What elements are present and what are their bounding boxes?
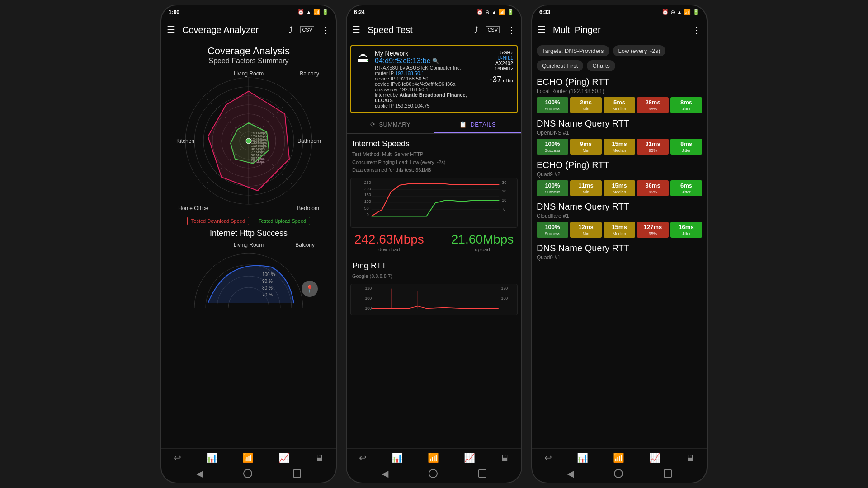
svg-text:200: 200: [364, 186, 371, 191]
router-ip[interactable]: 192.168.50.1: [395, 70, 424, 76]
pinger-subtitle-1: OpenDNS #1: [537, 130, 702, 136]
stat-cell-1-3: 31ms95%: [637, 139, 669, 155]
legend-download: Tested Download Speed: [187, 217, 249, 225]
home-button-3[interactable]: [614, 469, 623, 478]
nav-coverage-3[interactable]: 📊: [577, 452, 588, 463]
nav-chart-2[interactable]: 📈: [464, 452, 475, 463]
content-3: ECHO (Ping) RTTLocal Router (192.168.50.…: [532, 75, 707, 448]
label-bottom: Home Office: [178, 205, 208, 211]
network-right: 5GHz U-NII:1 AX2402 160MHz -37 dBm: [490, 50, 513, 108]
stat-cell-3-4: 16msJitter: [670, 222, 702, 238]
nav-screen-3[interactable]: 🖥: [685, 453, 694, 463]
recents-button[interactable]: [293, 469, 301, 478]
chip-row: Targets: DNS-Providers Low (every ~2s) Q…: [532, 42, 707, 75]
label-top: Living Room: [234, 70, 264, 77]
download-speed: 242.63Mbps: [354, 232, 424, 247]
more-icon-3[interactable]: ⋮: [692, 24, 701, 35]
chip-quickest[interactable]: Quickest First: [537, 60, 583, 71]
svg-text:100: 100: [365, 296, 372, 300]
nav-coverage-2[interactable]: 📊: [392, 452, 403, 463]
ping-title: Ping RTT: [347, 256, 521, 272]
home-button[interactable]: [243, 469, 252, 478]
freq: 160MHz: [490, 66, 513, 71]
nav-signal-3[interactable]: 📶: [613, 452, 624, 463]
label-right: Bathroom: [297, 138, 321, 144]
upload-speed: 21.60Mbps: [451, 232, 514, 247]
nav-back[interactable]: ↩: [174, 452, 181, 463]
nav-chart[interactable]: 📈: [278, 452, 290, 463]
pinger-title-2: ECHO (Ping) RTT: [537, 160, 702, 170]
share-icon-2[interactable]: ⤴: [474, 25, 478, 35]
svg-text:80 %: 80 %: [262, 286, 273, 291]
nav-back-3[interactable]: ↩: [544, 452, 552, 463]
menu-icon-2[interactable]: ☰: [352, 24, 360, 35]
nav-screen-2[interactable]: 🖥: [500, 453, 509, 463]
pinger-section-2: ECHO (Ping) RTTQuad9 #2100%Success11msMi…: [532, 158, 707, 200]
home-button-2[interactable]: [429, 469, 438, 478]
signal-icon-2: 📶: [499, 9, 505, 15]
menu-icon[interactable]: ☰: [167, 24, 175, 35]
wifi-icon-3: ▲: [677, 9, 682, 15]
more-icon[interactable]: ⋮: [321, 24, 330, 35]
csv-icon-2[interactable]: CSV: [486, 26, 500, 33]
back-button-3[interactable]: ◀: [567, 468, 574, 479]
stat-cell-2-0: 100%Success: [537, 180, 568, 196]
stat-cell-1-2: 15msMedian: [604, 139, 635, 155]
pinger-title-0: ECHO (Ping) RTT: [537, 77, 702, 87]
stat-row-2: 100%Success11msMin15msMedian36ms95%6msJi…: [537, 180, 702, 196]
nav-back-2[interactable]: ↩: [359, 452, 367, 463]
status-icons-3: ⏰ ⊖ ▲ 📶 🔋: [662, 9, 699, 15]
csv-icon[interactable]: CSV: [300, 26, 314, 33]
recents-button-2[interactable]: [478, 469, 486, 478]
bottom-nav-1: ↩ 📊 📶 📈 🖥: [161, 448, 336, 465]
nav-screen[interactable]: 🖥: [315, 453, 324, 463]
pinger-section-0: ECHO (Ping) RTTLocal Router (192.168.50.…: [532, 75, 707, 117]
band: 5GHz: [490, 50, 513, 55]
chip-charts[interactable]: Charts: [587, 60, 615, 71]
radar-chart: 193 Mbps 174 Mbps 154 Mbps 135 Mbps 116 …: [176, 69, 321, 213]
ping-chart: 120 100 100 120 100: [350, 284, 518, 315]
search-icon-net[interactable]: 🔍: [432, 58, 439, 64]
stat-cell-1-4: 8msJitter: [670, 139, 702, 155]
status-icons-1: ⏰ ▲ 📶 🔋: [297, 9, 329, 15]
minus-icon-3: ⊖: [670, 9, 675, 15]
back-button[interactable]: ◀: [196, 468, 203, 479]
share-icon[interactable]: ⤴: [289, 25, 293, 35]
dns-row: dns server 192.168.50.1: [375, 87, 486, 92]
stat-row-3: 100%Success12msMin15msMedian127ms95%16ms…: [537, 222, 702, 238]
nav-coverage[interactable]: 📊: [206, 452, 217, 463]
stat-row-1: 100%Success9msMin15msMedian31ms95%8msJit…: [537, 139, 702, 155]
back-button-2[interactable]: ◀: [382, 468, 388, 479]
nav-signal[interactable]: 📶: [242, 452, 254, 463]
signal-unit: dBm: [503, 78, 513, 83]
menu-icon-3[interactable]: ☰: [538, 24, 546, 35]
signal-value: -37 dBm: [490, 75, 513, 84]
tab-summary[interactable]: ⟳ SUMMARY: [347, 117, 434, 133]
svg-text:90 %: 90 %: [262, 279, 273, 284]
upload-value: 21.60Mbps upload: [451, 232, 514, 252]
bottom-nav-3: ↩ 📊 📶 📈 🖥: [532, 448, 707, 465]
location-pin-button[interactable]: 📍: [302, 281, 318, 297]
svg-text:30: 30: [502, 180, 506, 185]
network-details: My Network 04:d9:f5:c6:13:bc 🔍 RT-AX58U …: [375, 50, 486, 108]
stat-cell-2-3: 36ms95%: [637, 180, 669, 196]
app-bar-1: ☰ Coverage Analyzer ⤴ CSV ⋮: [161, 18, 336, 42]
legend-row: Tested Download Speed Tested Upload Spee…: [161, 217, 336, 225]
nav-signal-2[interactable]: 📶: [428, 452, 439, 463]
tab-details[interactable]: 📋 DETAILS: [434, 117, 521, 133]
chip-targets[interactable]: Targets: DNS-Providers: [537, 45, 609, 56]
label-left: Kitchen: [176, 138, 194, 144]
recents-button-3[interactable]: [664, 469, 672, 478]
chip-low[interactable]: Low (every ~2s): [613, 45, 666, 56]
svg-text:20: 20: [502, 189, 506, 193]
app-title-2: Speed Test: [368, 25, 471, 35]
nav-chart-3[interactable]: 📈: [649, 452, 660, 463]
nav-buttons-2: ◀: [347, 465, 521, 483]
more-icon-2[interactable]: ⋮: [507, 24, 516, 35]
protocol: AX2402: [490, 61, 513, 66]
pinger-section-1: DNS Name Query RTTOpenDNS #1100%Success9…: [532, 117, 707, 158]
tab-bar: ⟳ SUMMARY 📋 DETAILS: [347, 117, 521, 134]
network-mac[interactable]: 04:d9:f5:c6:13:bc: [375, 57, 430, 65]
content-1: Coverage Analysis Speed Factors Summary …: [161, 42, 336, 448]
network-name: My Network: [375, 50, 486, 57]
